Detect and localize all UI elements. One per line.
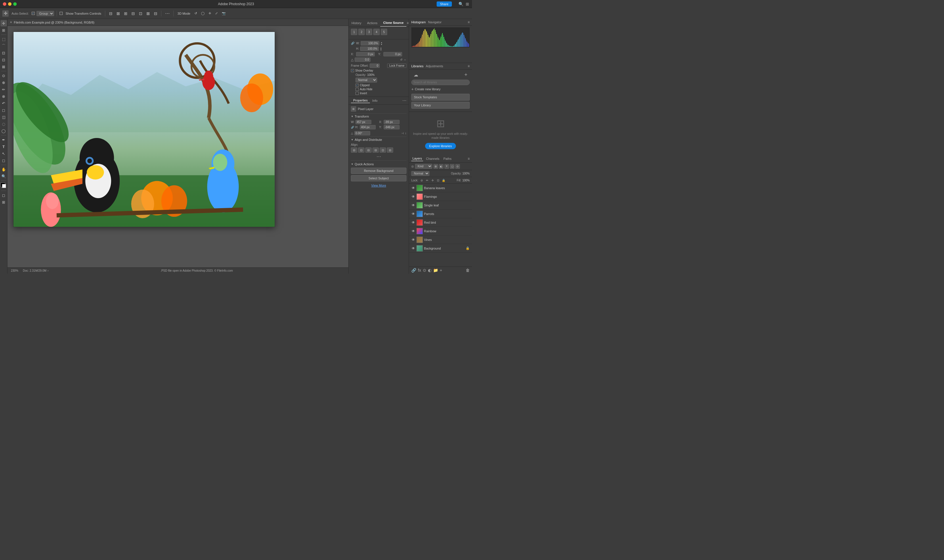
flip-icon[interactable]: ↔ [403,58,407,61]
new-group-icon[interactable]: 📁 [433,268,438,272]
tf-h-input[interactable] [360,125,376,129]
path-select-tool[interactable]: ↖ [1,150,7,157]
delete-layer-icon[interactable]: 🗑 [466,268,470,272]
lock-transparent-pixels-icon[interactable]: ⊘ [419,178,424,183]
tf-angle-input[interactable] [354,131,370,135]
new-layer-icon[interactable]: + [440,268,442,272]
layer-item[interactable]: 👁 Background 🔒 [409,244,472,253]
layer-visibility-icon[interactable]: 👁 [411,186,415,190]
distribute-icon[interactable]: ⊟ [153,11,159,16]
align-left-edge-btn[interactable]: ⊟ [351,148,357,153]
align-title[interactable]: ▼ Align and Distribute [351,138,407,142]
adjustments-tab[interactable]: Adjustments [426,65,443,68]
filter-adjustment-icon[interactable]: ◐ [439,164,444,169]
move-tool-icon[interactable]: ✛ [2,10,9,17]
layers-tab[interactable]: Layers [411,156,423,161]
tab-close-icon[interactable]: ✕ [10,21,12,24]
layer-item[interactable]: 👁 Red bird [409,218,472,227]
y-input[interactable] [383,52,402,56]
zoom-tool[interactable]: 🔍 [1,173,7,179]
align-bottom-edge-btn[interactable]: ⊟ [387,148,393,153]
foreground-color[interactable] [1,183,5,187]
canvas-viewport[interactable] [8,26,348,267]
layer-item[interactable]: 👁 Banana leaves [409,184,472,192]
filter-shape-icon[interactable]: ◻ [450,164,454,169]
w-stepper[interactable]: ▲ ▼ [380,42,384,45]
screen-mode-toggle[interactable]: ⊞ [1,199,7,205]
frame-offset-input[interactable] [370,63,380,68]
clipped-checkbox[interactable] [356,84,359,87]
add-style-icon[interactable]: fx [418,268,421,272]
tf-flip-icon[interactable]: ↕ [405,132,407,135]
align-h-center-btn[interactable]: ⊡ [358,148,364,153]
blur-tool[interactable]: ◌ [1,121,7,127]
layer-visibility-icon[interactable]: 👁 [411,203,415,207]
marquee-tool[interactable]: ⬚ [1,36,7,42]
create-library-button[interactable]: + Create new library [411,87,470,91]
auto-hide-checkbox[interactable] [356,88,359,91]
quick-mask-toggle[interactable]: ◻ [1,192,7,198]
clone-source-2[interactable]: 2 [358,29,365,35]
camera-icon[interactable]: 📷 [220,11,227,16]
auto-select-dropdown[interactable]: Group [37,11,54,16]
library-search-input[interactable] [411,80,470,85]
layer-item[interactable]: 👁 Rainbow [409,227,472,235]
heal-tool[interactable]: ⊕ [1,79,7,86]
layer-visibility-icon[interactable]: 👁 [411,238,415,242]
align-left-icon[interactable]: ⊟ [108,11,114,16]
layer-visibility-icon[interactable]: 👁 [411,220,415,225]
shape-tool[interactable]: ◻ [1,157,7,163]
info-tab[interactable]: Info [370,98,380,103]
history-brush-tool[interactable]: ↶ [1,100,7,106]
clone-source-tab[interactable]: Clone Source [380,19,407,27]
lock-frame-button[interactable]: Lock Frame [387,63,407,68]
layer-item[interactable]: 👁 Vines [409,235,472,244]
align-top-icon[interactable]: ⊟ [130,11,136,16]
minimize-button[interactable] [8,2,11,6]
link-layers-icon[interactable]: 🔗 [411,268,416,272]
layer-filter-select[interactable]: Kind [415,164,432,169]
clone-source-4[interactable]: 4 [373,29,380,35]
eraser-tool[interactable]: ◻ [1,107,7,113]
filter-smart-icon[interactable]: ⊙ [455,164,460,169]
layer-visibility-icon[interactable]: 👁 [411,246,415,251]
layer-visibility-icon[interactable]: 👁 [411,212,415,216]
history-tab[interactable]: History [349,20,364,26]
filter-text-icon[interactable]: T [444,164,449,169]
actions-tab[interactable]: Actions [364,20,380,26]
dodge-tool[interactable]: ◯ [1,128,7,134]
close-button[interactable] [3,2,6,6]
orbit-icon[interactable]: ◯ [200,11,206,16]
frame-tool[interactable]: ⊠ [1,63,7,70]
libraries-tab[interactable]: Libraries [411,65,423,68]
align-middle-icon[interactable]: ⊡ [138,11,143,16]
add-mask-icon[interactable]: ⊙ [423,268,426,272]
eyedropper-tool[interactable]: ⊙ [1,72,7,79]
view-more-link[interactable]: View More [351,184,407,187]
transform-title[interactable]: ▼ Transform [351,115,407,118]
share-button[interactable]: Share [437,2,452,7]
align-bottom-icon[interactable]: ⊠ [145,11,151,16]
reset-angle-icon[interactable]: ↺ [400,58,402,61]
move-tool[interactable]: ✛ [1,20,7,26]
search-icon[interactable]: 🔍 [459,2,464,6]
properties-more-icon[interactable]: ⋯ [402,98,407,103]
clone-source-5[interactable]: 5 [381,29,387,35]
object-select-tool[interactable]: ⊡ [1,50,7,56]
clone-source-3[interactable]: 3 [366,29,372,35]
link-chain-icon[interactable]: 🔗 [351,42,355,45]
lock-position-icon[interactable]: ✛ [430,178,435,183]
invert-checkbox[interactable] [356,92,359,95]
foreground-background-colors[interactable] [1,183,7,189]
explore-libraries-button[interactable]: Explore libraries [425,143,456,149]
libraries-cloud-icon[interactable]: ☁ [414,72,418,78]
libraries-panel-more[interactable]: ≡ [468,64,470,68]
tf-y-input[interactable] [384,125,399,129]
angle-input[interactable] [355,57,371,62]
rotate-3d-icon[interactable]: ↺ [193,11,198,16]
brush-tool[interactable]: ✏ [1,86,7,92]
pan-3d-icon[interactable]: ✛ [207,11,212,16]
text-tool[interactable]: T [1,143,7,150]
layer-item[interactable]: 👁 Flamingo [409,192,472,201]
stamp-tool[interactable]: ⊗ [1,93,7,100]
